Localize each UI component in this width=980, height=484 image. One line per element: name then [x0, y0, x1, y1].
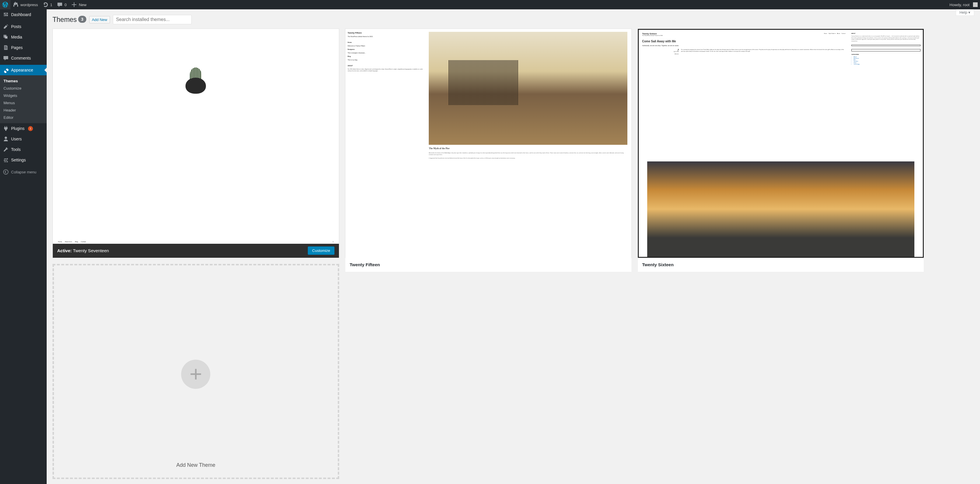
menu-media-label: Media: [11, 35, 22, 39]
svg-point-3: [7, 161, 8, 162]
menu-pages[interactable]: Pages: [0, 42, 47, 53]
howdy-text: Howdy, root: [950, 3, 969, 7]
submenu-menus[interactable]: Menus: [0, 99, 47, 107]
comments-link[interactable]: 0: [54, 0, 69, 10]
appearance-submenu: Themes Customize Widgets Menus Header Ed…: [0, 75, 47, 123]
menu-comments-label: Comments: [11, 56, 31, 61]
menu-appearance[interactable]: Appearance: [0, 65, 47, 75]
menu-plugins[interactable]: Plugins1: [0, 123, 47, 134]
theme-screenshot: Twenty Fifteen The WordPress default the…: [345, 29, 632, 258]
svg-point-1: [7, 158, 8, 160]
theme-twentyseventeen[interactable]: TWENTY SEVENTEEN Bringing your business'…: [52, 29, 339, 258]
help-tab[interactable]: Help ▾: [956, 10, 974, 16]
theme-twentyfifteen[interactable]: Twenty Fifteen The WordPress default the…: [345, 29, 632, 258]
add-new-theme-label: Add New Theme: [177, 462, 216, 468]
add-new-button[interactable]: Add New: [89, 16, 110, 23]
submenu-themes[interactable]: Themes: [0, 77, 47, 85]
admin-toolbar: wordpress 1 0 New Howdy, root: [0, 0, 980, 10]
menu-appearance-label: Appearance: [11, 68, 33, 72]
admin-menu: Dashboard Posts Media Pages Comments App…: [0, 10, 47, 484]
svg-point-4: [3, 169, 8, 174]
updates-count: 1: [50, 3, 52, 7]
add-new-theme[interactable]: Add New Theme: [52, 264, 339, 479]
site-link[interactable]: wordpress: [11, 0, 40, 10]
new-label: New: [79, 3, 86, 7]
svg-point-2: [4, 160, 5, 161]
theme-screenshot: TWENTY SEVENTEEN Bringing your business'…: [53, 29, 339, 244]
menu-posts[interactable]: Posts: [0, 21, 47, 32]
site-name: wordpress: [21, 3, 38, 7]
theme-browser: TWENTY SEVENTEEN Bringing your business'…: [52, 29, 974, 479]
customize-button[interactable]: Customize: [308, 246, 334, 255]
menu-dashboard-label: Dashboard: [11, 12, 31, 17]
new-link[interactable]: New: [69, 0, 89, 10]
menu-plugins-label: Plugins: [11, 126, 24, 131]
menu-pages-label: Pages: [11, 45, 23, 50]
menu-tools-label: Tools: [11, 147, 21, 152]
svg-point-0: [5, 137, 7, 139]
wp-logo[interactable]: [0, 0, 11, 10]
theme-name: Twenty Fifteen: [350, 262, 380, 267]
theme-twentysixteen[interactable]: Twenty SixteenThe WordPress Default Them…: [638, 29, 924, 258]
avatar-icon: [973, 2, 978, 7]
menu-settings-label: Settings: [11, 158, 26, 162]
submenu-editor[interactable]: Editor: [0, 114, 47, 121]
theme-screenshot: Twenty SixteenThe WordPress Default Them…: [638, 29, 924, 258]
menu-settings[interactable]: Settings: [0, 155, 47, 165]
menu-comments[interactable]: Comments: [0, 53, 47, 63]
menu-posts-label: Posts: [11, 24, 21, 29]
updates-link[interactable]: 1: [40, 0, 54, 10]
theme-name: Twenty Sixteen: [642, 262, 674, 267]
menu-tools[interactable]: Tools: [0, 144, 47, 155]
menu-media[interactable]: Media: [0, 32, 47, 42]
plugins-badge: 1: [28, 126, 33, 131]
collapse-label: Collapse menu: [11, 170, 37, 174]
menu-dashboard[interactable]: Dashboard: [0, 10, 47, 20]
theme-count: 3: [78, 16, 86, 23]
comments-count: 0: [64, 3, 67, 7]
menu-users[interactable]: Users: [0, 134, 47, 144]
my-account[interactable]: Howdy, root: [947, 0, 980, 10]
plus-icon: [181, 359, 210, 389]
submenu-header[interactable]: Header: [0, 107, 47, 114]
collapse-menu[interactable]: Collapse menu: [0, 167, 47, 177]
submenu-widgets[interactable]: Widgets: [0, 92, 47, 99]
menu-users-label: Users: [11, 137, 22, 141]
page-title: Themes3: [52, 16, 86, 24]
theme-name: Active: Twenty Seventeen: [57, 248, 109, 253]
search-input[interactable]: [113, 15, 192, 24]
submenu-customize[interactable]: Customize: [0, 85, 47, 92]
